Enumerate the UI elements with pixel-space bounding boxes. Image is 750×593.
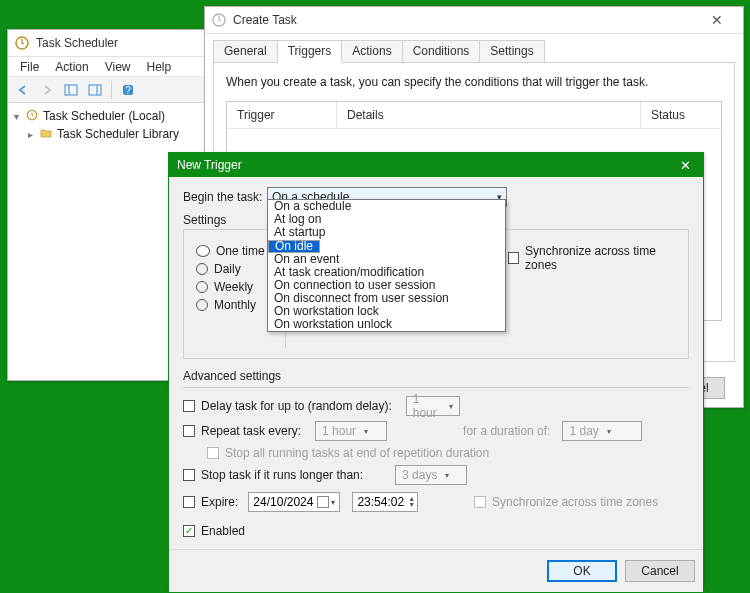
forward-icon[interactable]	[36, 79, 58, 101]
duration-label: for a duration of:	[463, 424, 550, 438]
sync-tz2-checkbox: Synchronize across time zones	[474, 495, 658, 509]
dialog-title: New Trigger	[177, 158, 675, 172]
help-icon[interactable]: ?	[117, 79, 139, 101]
delay-select[interactable]: 1 hour▾	[406, 396, 460, 416]
tab-general[interactable]: General	[213, 40, 278, 63]
cancel-button[interactable]: Cancel	[625, 560, 695, 582]
expire-time-field[interactable]: 23:54:02 ▲▼	[352, 492, 418, 512]
radio-icon	[196, 281, 208, 293]
clock-icon	[14, 35, 30, 51]
collapse-icon[interactable]: ▾	[14, 111, 26, 122]
checkbox-icon	[183, 496, 195, 508]
dialog-body: Begin the task: On a schedule ▾ Settings…	[169, 177, 703, 549]
new-trigger-dialog: New Trigger ✕ Begin the task: On a sched…	[168, 152, 704, 588]
duration-select[interactable]: 1 day▾	[562, 421, 642, 441]
chevron-down-icon: ▾	[607, 427, 611, 436]
panel-icon[interactable]	[60, 79, 82, 101]
option-on-ws-unlock[interactable]: On workstation unlock	[268, 318, 505, 331]
close-icon[interactable]: ✕	[697, 7, 737, 33]
checkbox-icon	[474, 496, 486, 508]
sync-tz-label: Synchronize across time zones	[525, 244, 676, 272]
titlebar: Create Task ✕	[205, 7, 743, 34]
clock-icon	[211, 12, 227, 28]
radio-icon	[196, 299, 208, 311]
svg-text:?: ?	[125, 85, 131, 96]
stopif-checkbox[interactable]: Stop task if it runs longer than: 3 days…	[183, 465, 689, 485]
menu-file[interactable]: File	[12, 60, 47, 74]
svg-rect-3	[89, 85, 101, 95]
menu-action[interactable]: Action	[47, 60, 96, 74]
delay-checkbox[interactable]: Delay task for up to (random delay): 1 h…	[183, 396, 689, 416]
settings-label: Settings	[183, 213, 226, 227]
checkbox-icon	[183, 469, 195, 481]
col-status[interactable]: Status	[641, 102, 721, 128]
chevron-down-icon: ▾	[445, 471, 449, 480]
checkbox-icon	[183, 400, 195, 412]
dialog-footer: OK Cancel	[169, 549, 703, 592]
folder-icon	[40, 127, 54, 142]
expire-date-field[interactable]: 24/10/2024 ▾	[248, 492, 340, 512]
tree-child-label: Task Scheduler Library	[57, 127, 179, 141]
menu-help[interactable]: Help	[139, 60, 180, 74]
stopif-select[interactable]: 3 days▾	[395, 465, 467, 485]
clock-icon	[26, 109, 40, 124]
close-icon[interactable]: ✕	[675, 158, 695, 173]
chevron-down-icon: ▾	[449, 402, 453, 411]
begin-task-label: Begin the task:	[183, 190, 267, 204]
radio-icon	[196, 245, 210, 257]
sync-tz-checkbox[interactable]: Synchronize across time zones	[508, 244, 676, 272]
advanced-label: Advanced settings	[183, 369, 281, 383]
col-trigger[interactable]: Trigger	[227, 102, 337, 128]
checkbox-icon	[183, 425, 195, 437]
checkbox-icon	[508, 252, 519, 264]
tab-actions[interactable]: Actions	[341, 40, 402, 63]
ok-button[interactable]: OK	[547, 560, 617, 582]
back-icon[interactable]	[12, 79, 34, 101]
expand-icon[interactable]: ▸	[28, 129, 40, 140]
radio-daily[interactable]: Daily	[196, 262, 277, 276]
repeat-checkbox[interactable]: Repeat task every: 1 hour▾ for a duratio…	[183, 421, 689, 441]
enabled-checkbox[interactable]: Enabled	[183, 524, 689, 538]
tabstrip: General Triggers Actions Conditions Sett…	[205, 34, 743, 63]
expire-checkbox[interactable]: Expire: 24/10/2024 ▾ 23:54:02 ▲▼ Synchro…	[183, 490, 689, 514]
panel2-icon[interactable]	[84, 79, 106, 101]
stopall-checkbox: Stop all running tasks at end of repetit…	[207, 446, 689, 460]
repeat-select[interactable]: 1 hour▾	[315, 421, 387, 441]
grid-header: Trigger Details Status	[227, 102, 721, 129]
chevron-down-icon: ▾	[364, 427, 368, 436]
spinner-icon: ▲▼	[408, 496, 415, 508]
radio-monthly[interactable]: Monthly	[196, 298, 277, 312]
svg-rect-1	[65, 85, 77, 95]
radio-icon	[196, 263, 208, 275]
col-details[interactable]: Details	[337, 102, 641, 128]
tab-triggers[interactable]: Triggers	[277, 40, 343, 63]
option-at-startup[interactable]: At startup	[268, 226, 505, 239]
tree-root-label: Task Scheduler (Local)	[43, 109, 165, 123]
begin-task-dropdown-list[interactable]: On a schedule At log on At startup On id…	[267, 199, 506, 332]
titlebar: New Trigger ✕	[169, 153, 703, 177]
radio-weekly[interactable]: Weekly	[196, 280, 277, 294]
menu-view[interactable]: View	[97, 60, 139, 74]
checkbox-icon	[183, 525, 195, 537]
triggers-description: When you create a task, you can specify …	[226, 75, 722, 89]
radio-onetime[interactable]: One time	[196, 244, 277, 258]
checkbox-icon	[207, 447, 219, 459]
calendar-icon	[317, 496, 329, 508]
tab-conditions[interactable]: Conditions	[402, 40, 481, 63]
window-title: Create Task	[233, 13, 697, 27]
tab-settings[interactable]: Settings	[479, 40, 544, 63]
chevron-down-icon: ▾	[331, 498, 335, 507]
